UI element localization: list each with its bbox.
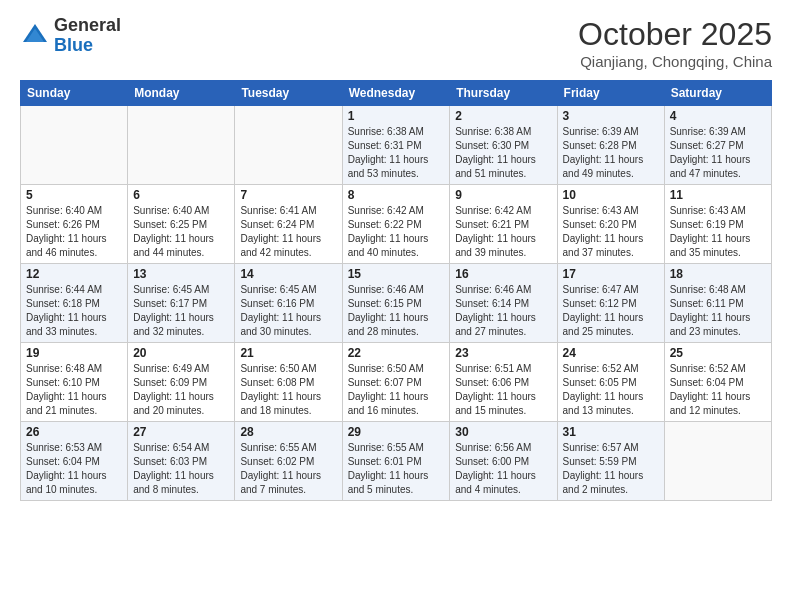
day-number: 23 xyxy=(455,346,551,360)
calendar-cell: 6Sunrise: 6:40 AM Sunset: 6:25 PM Daylig… xyxy=(128,185,235,264)
day-info: Sunrise: 6:44 AM Sunset: 6:18 PM Dayligh… xyxy=(26,283,122,339)
day-number: 9 xyxy=(455,188,551,202)
calendar-week-4: 19Sunrise: 6:48 AM Sunset: 6:10 PM Dayli… xyxy=(21,343,772,422)
day-info: Sunrise: 6:45 AM Sunset: 6:16 PM Dayligh… xyxy=(240,283,336,339)
calendar-cell: 27Sunrise: 6:54 AM Sunset: 6:03 PM Dayli… xyxy=(128,422,235,501)
day-number: 22 xyxy=(348,346,445,360)
logo-blue: Blue xyxy=(54,35,93,55)
calendar-cell: 23Sunrise: 6:51 AM Sunset: 6:06 PM Dayli… xyxy=(450,343,557,422)
day-number: 11 xyxy=(670,188,766,202)
day-number: 13 xyxy=(133,267,229,281)
day-info: Sunrise: 6:52 AM Sunset: 6:04 PM Dayligh… xyxy=(670,362,766,418)
logo: General Blue xyxy=(20,16,121,56)
title-block: October 2025 Qianjiang, Chongqing, China xyxy=(578,16,772,70)
calendar-cell: 2Sunrise: 6:38 AM Sunset: 6:30 PM Daylig… xyxy=(450,106,557,185)
day-info: Sunrise: 6:41 AM Sunset: 6:24 PM Dayligh… xyxy=(240,204,336,260)
calendar-cell xyxy=(128,106,235,185)
calendar-cell: 11Sunrise: 6:43 AM Sunset: 6:19 PM Dayli… xyxy=(664,185,771,264)
day-info: Sunrise: 6:46 AM Sunset: 6:15 PM Dayligh… xyxy=(348,283,445,339)
day-info: Sunrise: 6:43 AM Sunset: 6:19 PM Dayligh… xyxy=(670,204,766,260)
day-info: Sunrise: 6:56 AM Sunset: 6:00 PM Dayligh… xyxy=(455,441,551,497)
day-info: Sunrise: 6:52 AM Sunset: 6:05 PM Dayligh… xyxy=(563,362,659,418)
calendar-week-1: 1Sunrise: 6:38 AM Sunset: 6:31 PM Daylig… xyxy=(21,106,772,185)
calendar-cell: 24Sunrise: 6:52 AM Sunset: 6:05 PM Dayli… xyxy=(557,343,664,422)
day-number: 20 xyxy=(133,346,229,360)
day-number: 10 xyxy=(563,188,659,202)
header: General Blue October 2025 Qianjiang, Cho… xyxy=(20,16,772,70)
day-info: Sunrise: 6:43 AM Sunset: 6:20 PM Dayligh… xyxy=(563,204,659,260)
day-number: 7 xyxy=(240,188,336,202)
calendar-cell: 7Sunrise: 6:41 AM Sunset: 6:24 PM Daylig… xyxy=(235,185,342,264)
calendar-cell: 29Sunrise: 6:55 AM Sunset: 6:01 PM Dayli… xyxy=(342,422,450,501)
calendar-cell: 18Sunrise: 6:48 AM Sunset: 6:11 PM Dayli… xyxy=(664,264,771,343)
col-wednesday: Wednesday xyxy=(342,81,450,106)
day-info: Sunrise: 6:40 AM Sunset: 6:25 PM Dayligh… xyxy=(133,204,229,260)
day-number: 16 xyxy=(455,267,551,281)
day-number: 25 xyxy=(670,346,766,360)
day-number: 21 xyxy=(240,346,336,360)
calendar-cell: 9Sunrise: 6:42 AM Sunset: 6:21 PM Daylig… xyxy=(450,185,557,264)
day-info: Sunrise: 6:54 AM Sunset: 6:03 PM Dayligh… xyxy=(133,441,229,497)
col-saturday: Saturday xyxy=(664,81,771,106)
calendar-cell: 17Sunrise: 6:47 AM Sunset: 6:12 PM Dayli… xyxy=(557,264,664,343)
day-info: Sunrise: 6:39 AM Sunset: 6:28 PM Dayligh… xyxy=(563,125,659,181)
calendar-week-5: 26Sunrise: 6:53 AM Sunset: 6:04 PM Dayli… xyxy=(21,422,772,501)
month-title: October 2025 xyxy=(578,16,772,53)
calendar-cell xyxy=(21,106,128,185)
day-info: Sunrise: 6:40 AM Sunset: 6:26 PM Dayligh… xyxy=(26,204,122,260)
day-info: Sunrise: 6:39 AM Sunset: 6:27 PM Dayligh… xyxy=(670,125,766,181)
day-info: Sunrise: 6:51 AM Sunset: 6:06 PM Dayligh… xyxy=(455,362,551,418)
col-friday: Friday xyxy=(557,81,664,106)
calendar-cell: 19Sunrise: 6:48 AM Sunset: 6:10 PM Dayli… xyxy=(21,343,128,422)
day-number: 27 xyxy=(133,425,229,439)
day-info: Sunrise: 6:48 AM Sunset: 6:10 PM Dayligh… xyxy=(26,362,122,418)
day-info: Sunrise: 6:38 AM Sunset: 6:31 PM Dayligh… xyxy=(348,125,445,181)
calendar-cell xyxy=(235,106,342,185)
day-number: 1 xyxy=(348,109,445,123)
calendar-cell: 3Sunrise: 6:39 AM Sunset: 6:28 PM Daylig… xyxy=(557,106,664,185)
calendar-cell: 26Sunrise: 6:53 AM Sunset: 6:04 PM Dayli… xyxy=(21,422,128,501)
calendar-cell: 21Sunrise: 6:50 AM Sunset: 6:08 PM Dayli… xyxy=(235,343,342,422)
day-number: 24 xyxy=(563,346,659,360)
day-info: Sunrise: 6:53 AM Sunset: 6:04 PM Dayligh… xyxy=(26,441,122,497)
day-number: 6 xyxy=(133,188,229,202)
calendar-week-2: 5Sunrise: 6:40 AM Sunset: 6:26 PM Daylig… xyxy=(21,185,772,264)
calendar-cell: 30Sunrise: 6:56 AM Sunset: 6:00 PM Dayli… xyxy=(450,422,557,501)
calendar-week-3: 12Sunrise: 6:44 AM Sunset: 6:18 PM Dayli… xyxy=(21,264,772,343)
day-number: 29 xyxy=(348,425,445,439)
header-row: Sunday Monday Tuesday Wednesday Thursday… xyxy=(21,81,772,106)
day-number: 14 xyxy=(240,267,336,281)
day-info: Sunrise: 6:45 AM Sunset: 6:17 PM Dayligh… xyxy=(133,283,229,339)
day-info: Sunrise: 6:42 AM Sunset: 6:21 PM Dayligh… xyxy=(455,204,551,260)
day-info: Sunrise: 6:55 AM Sunset: 6:02 PM Dayligh… xyxy=(240,441,336,497)
calendar-cell: 16Sunrise: 6:46 AM Sunset: 6:14 PM Dayli… xyxy=(450,264,557,343)
day-info: Sunrise: 6:47 AM Sunset: 6:12 PM Dayligh… xyxy=(563,283,659,339)
calendar-cell: 1Sunrise: 6:38 AM Sunset: 6:31 PM Daylig… xyxy=(342,106,450,185)
col-monday: Monday xyxy=(128,81,235,106)
day-info: Sunrise: 6:50 AM Sunset: 6:08 PM Dayligh… xyxy=(240,362,336,418)
location-subtitle: Qianjiang, Chongqing, China xyxy=(578,53,772,70)
day-number: 5 xyxy=(26,188,122,202)
calendar-cell: 8Sunrise: 6:42 AM Sunset: 6:22 PM Daylig… xyxy=(342,185,450,264)
page: General Blue October 2025 Qianjiang, Cho… xyxy=(0,0,792,511)
day-number: 18 xyxy=(670,267,766,281)
logo-text: General Blue xyxy=(54,16,121,56)
calendar-cell: 31Sunrise: 6:57 AM Sunset: 5:59 PM Dayli… xyxy=(557,422,664,501)
calendar-cell: 22Sunrise: 6:50 AM Sunset: 6:07 PM Dayli… xyxy=(342,343,450,422)
calendar-cell xyxy=(664,422,771,501)
day-number: 30 xyxy=(455,425,551,439)
day-info: Sunrise: 6:46 AM Sunset: 6:14 PM Dayligh… xyxy=(455,283,551,339)
day-number: 3 xyxy=(563,109,659,123)
day-number: 26 xyxy=(26,425,122,439)
day-number: 2 xyxy=(455,109,551,123)
calendar-cell: 13Sunrise: 6:45 AM Sunset: 6:17 PM Dayli… xyxy=(128,264,235,343)
col-thursday: Thursday xyxy=(450,81,557,106)
day-number: 12 xyxy=(26,267,122,281)
day-info: Sunrise: 6:49 AM Sunset: 6:09 PM Dayligh… xyxy=(133,362,229,418)
logo-icon xyxy=(20,21,50,51)
day-info: Sunrise: 6:57 AM Sunset: 5:59 PM Dayligh… xyxy=(563,441,659,497)
day-info: Sunrise: 6:42 AM Sunset: 6:22 PM Dayligh… xyxy=(348,204,445,260)
day-info: Sunrise: 6:48 AM Sunset: 6:11 PM Dayligh… xyxy=(670,283,766,339)
day-number: 31 xyxy=(563,425,659,439)
calendar-cell: 12Sunrise: 6:44 AM Sunset: 6:18 PM Dayli… xyxy=(21,264,128,343)
